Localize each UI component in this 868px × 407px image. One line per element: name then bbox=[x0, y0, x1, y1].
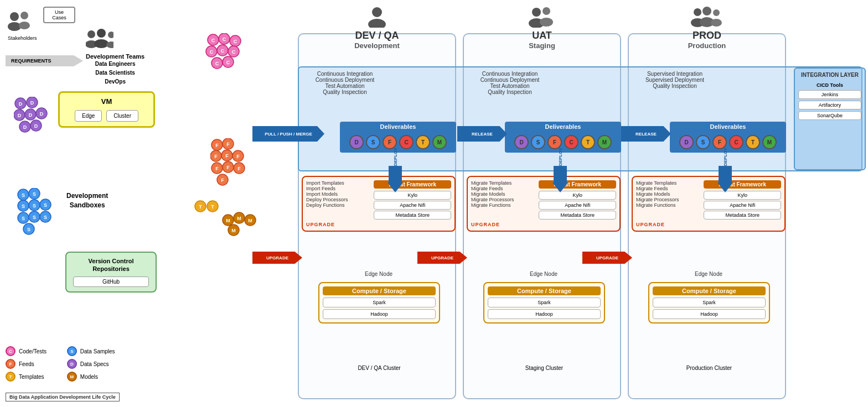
circle-d2: D bbox=[514, 135, 529, 149]
deploy-arrow-uat: DEPLOY bbox=[552, 149, 568, 192]
dev-teams-icon bbox=[86, 29, 113, 50]
dev-sandboxes-area: Development Sandboxes bbox=[66, 191, 108, 210]
dev-qa-op-5: Deploy Functions bbox=[306, 202, 370, 208]
dev-qa-ingest-ops: Import Templates Import Feeds Import Mod… bbox=[306, 180, 370, 220]
svg-point-13 bbox=[8, 22, 21, 31]
svg-text:C: C bbox=[210, 49, 214, 55]
dev-qa-feat-4: Quality Inspection bbox=[303, 89, 386, 95]
jenkins-box: Jenkins bbox=[798, 90, 861, 99]
svg-point-2 bbox=[532, 8, 541, 17]
dev-qa-compute-title: Compute / Storage bbox=[323, 286, 436, 295]
svg-text:F: F bbox=[236, 154, 240, 159]
uat-op-4: Migrate Processors bbox=[471, 197, 535, 202]
prod-ingest-framework: Ingest Framework Kylo Apache Nifi Metada… bbox=[704, 180, 781, 220]
prod-deliverables-label: Deliverables bbox=[670, 122, 786, 132]
cluster-node-vm: Cluster bbox=[106, 110, 138, 122]
prod-feat-1: Supervised Integration bbox=[633, 71, 716, 77]
deploy-head-dev bbox=[388, 182, 403, 192]
uat-nifi: Apache Nifi bbox=[539, 201, 616, 210]
uat-deliverables-label: Deliverables bbox=[505, 122, 621, 132]
stakeholders-icon bbox=[8, 10, 32, 33]
release-label-1: RELEASE bbox=[457, 126, 507, 142]
legend-data-specs: D Data Specs bbox=[67, 359, 115, 369]
svg-text:M: M bbox=[237, 216, 241, 221]
dev-qa-subtitle: Development bbox=[298, 41, 456, 50]
svg-text:M: M bbox=[231, 228, 236, 233]
prod-header: PROD Production bbox=[628, 6, 786, 50]
prod-metadata: Metadata Store bbox=[704, 211, 781, 220]
uat-cluster-label: Staging Cluster bbox=[483, 365, 605, 371]
svg-text:F: F bbox=[225, 153, 229, 159]
uat-subtitle: Staging bbox=[463, 41, 621, 50]
uat-compute: Compute / Storage Spark Hadoop bbox=[483, 282, 605, 323]
circle-c1: C bbox=[399, 135, 414, 149]
svg-text:C: C bbox=[221, 48, 225, 54]
legend-f-label: Feeds bbox=[19, 361, 34, 367]
prod-edge-node-label: Edge Node bbox=[632, 271, 786, 277]
svg-text:D: D bbox=[18, 113, 22, 118]
legend-s-circle: S bbox=[67, 346, 77, 356]
svg-point-20 bbox=[108, 32, 113, 38]
prod-feat-2: Supervised Deployment bbox=[633, 77, 716, 83]
dev-qa-ingest-title: Ingest Framework bbox=[374, 180, 451, 189]
circle-t2: T bbox=[581, 135, 595, 149]
pull-push-label: PULL / PUSH / MERGE bbox=[252, 126, 324, 142]
integration-layer-panel: INTEGRATION LAYER CICD Tools Jenkins Art… bbox=[794, 67, 866, 170]
prod-kylo: Kylo bbox=[704, 191, 781, 200]
uat-ingest-framework: Ingest Framework Kylo Apache Nifi Metada… bbox=[539, 180, 616, 220]
uat-header: UAT Staging bbox=[463, 6, 621, 50]
artifactory-box: Artifactory bbox=[798, 101, 861, 109]
role-engineers: Data Engineers bbox=[86, 60, 144, 69]
svg-point-4 bbox=[542, 7, 550, 15]
svg-point-19 bbox=[94, 39, 108, 48]
svg-text:S: S bbox=[22, 204, 25, 209]
prod-people-icon bbox=[688, 6, 726, 28]
dev-qa-edge-node-label: Edge Node bbox=[302, 271, 456, 277]
deploy-arrow-dev: DEPLOY bbox=[388, 149, 403, 192]
sample-bubbles: S S S S S S S S S bbox=[17, 188, 61, 240]
svg-point-18 bbox=[97, 29, 106, 38]
cicd-title: CICD Tools bbox=[798, 82, 861, 88]
role-scientists: Data Scientists bbox=[86, 69, 144, 77]
dev-qa-cluster-label: DEV / QA Cluster bbox=[318, 365, 440, 371]
circle-t3: T bbox=[746, 135, 760, 149]
upgrade-arrow-prod: UPGRADE bbox=[582, 252, 632, 264]
svg-text:F: F bbox=[215, 143, 219, 148]
uat-op-2: Migrate Feeds bbox=[471, 186, 535, 191]
uat-upgrade-label: UPGRADE bbox=[471, 222, 616, 227]
dev-qa-op-3: Import Models bbox=[306, 191, 370, 197]
requirements-label: REQUIREMENTS bbox=[6, 55, 83, 66]
dev-qa-spark: Spark bbox=[323, 298, 436, 307]
prod-upgrade-label: UPGRADE bbox=[636, 222, 781, 227]
uat-edge-node-label: Edge Node bbox=[467, 271, 621, 277]
uat-edge-inner: Migrate Templates Migrate Feeds Migrate … bbox=[471, 180, 616, 220]
legend-templates: T Templates bbox=[6, 372, 54, 382]
prod-op-4: Migrate Processors bbox=[636, 197, 700, 202]
dev-qa-features: Continuous Integration Continuous Deploy… bbox=[303, 71, 386, 95]
legend-t-circle: T bbox=[6, 372, 16, 382]
requirements-arrow: REQUIREMENTS bbox=[6, 55, 83, 66]
prod-features: Supervised Integration Supervised Deploy… bbox=[633, 71, 716, 89]
prod-spark: Spark bbox=[653, 298, 766, 307]
svg-text:F: F bbox=[221, 178, 224, 183]
legend-d-label: Data Specs bbox=[80, 361, 109, 367]
deploy-label-dev: DEPLOY bbox=[393, 149, 398, 166]
svg-text:D: D bbox=[19, 101, 23, 107]
svg-text:D: D bbox=[40, 111, 44, 117]
template-bubbles: T T bbox=[194, 196, 224, 221]
uat-feat-1: Continuous Integration bbox=[468, 71, 551, 77]
prod-op-3: Migrate Models bbox=[636, 191, 700, 197]
version-control-title: Version Control Repositories bbox=[73, 257, 149, 273]
stakeholders-label: Stakeholders bbox=[8, 35, 37, 41]
data-spec-bubbles: D D D D D D D bbox=[14, 97, 53, 149]
svg-point-0 bbox=[372, 7, 382, 17]
deploy-head-uat bbox=[552, 182, 568, 192]
uat-op-3: Migrate Models bbox=[471, 191, 535, 197]
uat-spark: Spark bbox=[488, 298, 601, 307]
prod-compute-title: Compute / Storage bbox=[653, 286, 766, 295]
dev-sandboxes-line2: Sandboxes bbox=[66, 201, 108, 210]
integration-layer-label: INTEGRATION LAYER bbox=[798, 72, 861, 78]
prod-cluster-label: Production Cluster bbox=[648, 365, 770, 371]
dev-qa-header: DEV / QA Development bbox=[298, 6, 456, 50]
svg-text:S: S bbox=[33, 215, 36, 220]
